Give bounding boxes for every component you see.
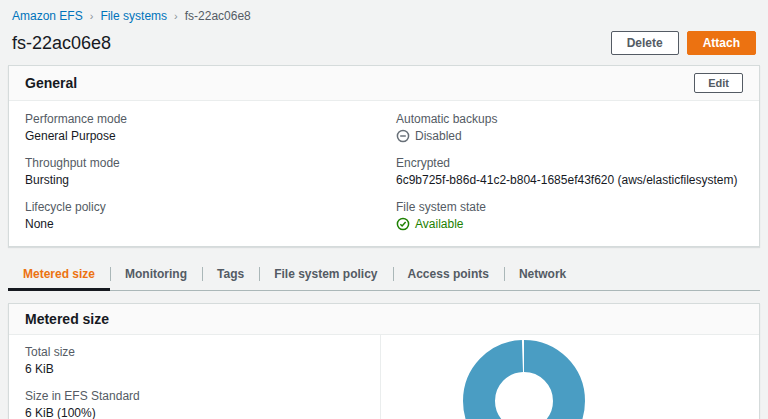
field-file-system-state: File system state Available [396,200,743,231]
field-value: None [25,217,372,231]
header-actions: Delete Attach [611,31,756,55]
tab-monitoring[interactable]: Monitoring [110,259,202,290]
general-panel-title: General [25,75,77,91]
general-left-column: Performance mode General Purpose Through… [25,112,372,244]
field-label: Automatic backups [396,112,743,126]
page-title: fs-22ac06e8 [12,33,111,54]
field-performance-mode: Performance mode General Purpose [25,112,372,143]
field-value: 6c9b725f-b86d-41c2-b804-1685ef43f620 (aw… [396,173,743,187]
field-value: Disabled [396,129,743,143]
field-label: File system state [396,200,743,214]
field-label: Lifecycle policy [25,200,372,214]
general-panel-header: General Edit [9,66,759,101]
page-header: fs-22ac06e8 Delete Attach [0,23,768,65]
status-text: Available [415,217,463,231]
general-right-column: Automatic backups Disabled Encrypted 6c9… [396,112,743,244]
tab-access-points[interactable]: Access points [393,259,504,290]
edit-button[interactable]: Edit [694,73,743,93]
field-size-efs-standard: Size in EFS Standard 6 KiB (100%) [25,389,364,419]
field-total-size: Total size 6 KiB [25,345,364,376]
field-throughput-mode: Throughput mode Bursting [25,156,372,187]
check-circle-icon [396,217,410,231]
field-encrypted: Encrypted 6c9b725f-b86d-41c2-b804-1685ef… [396,156,743,187]
metered-size-stats: Total size 6 KiB Size in EFS Standard 6 … [9,335,381,419]
breadcrumb-separator-icon: › [90,10,94,22]
field-label: Throughput mode [25,156,372,170]
field-value: General Purpose [25,129,372,143]
metered-size-chart: Size in EFS Standard Size in EFS IA [381,335,759,419]
field-label: Size in EFS Standard [25,389,364,403]
field-value: 6 KiB [25,362,364,376]
attach-button[interactable]: Attach [687,31,756,55]
metered-size-body: Total size 6 KiB Size in EFS Standard 6 … [9,335,759,419]
status-text: Disabled [415,129,462,143]
general-panel: General Edit Performance mode General Pu… [8,65,760,247]
breadcrumb: Amazon EFS › File systems › fs-22ac06e8 [12,9,756,23]
breadcrumb-separator-icon: › [174,10,178,22]
field-value: 6 KiB (100%) [25,406,364,419]
breadcrumb-link-amazon-efs[interactable]: Amazon EFS [12,9,83,23]
metered-size-panel-header: Metered size [9,304,759,335]
tab-network[interactable]: Network [504,259,581,290]
breadcrumb-current: fs-22ac06e8 [185,9,251,23]
tab-bar: Metered size Monitoring Tags File system… [8,259,760,291]
general-fields: Performance mode General Purpose Through… [9,101,759,246]
delete-button[interactable]: Delete [611,31,679,55]
field-value: Bursting [25,173,372,187]
field-automatic-backups: Automatic backups Disabled [396,112,743,143]
metered-size-panel: Metered size Total size 6 KiB Size in EF… [8,303,760,419]
field-label: Performance mode [25,112,372,126]
field-label: Encrypted [396,156,743,170]
donut-chart [463,340,585,419]
field-label: Total size [25,345,364,359]
breadcrumb-link-file-systems[interactable]: File systems [100,9,167,23]
top-bar: Amazon EFS › File systems › fs-22ac06e8 [0,0,768,23]
field-value: Available [396,217,743,231]
tab-metered-size[interactable]: Metered size [8,259,110,290]
tab-tags[interactable]: Tags [202,259,259,290]
minus-circle-icon [396,129,410,143]
metered-size-panel-title: Metered size [25,311,109,327]
field-lifecycle-policy: Lifecycle policy None [25,200,372,231]
tab-file-system-policy[interactable]: File system policy [259,259,392,290]
